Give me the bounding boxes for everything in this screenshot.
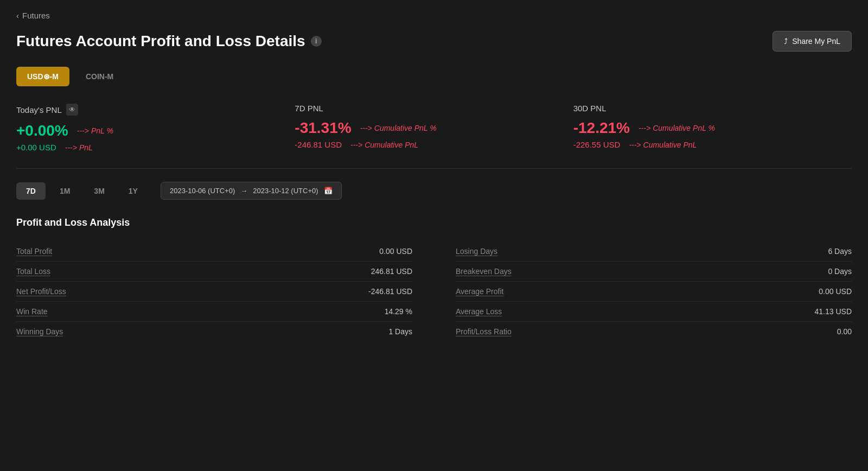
total-loss-key: Total Loss xyxy=(16,267,50,276)
7d-pnl-arrow: ---> xyxy=(360,124,372,132)
30d-pnl-sub-value: -226.55 USD xyxy=(573,140,621,149)
today-pnl-label: Today's PNL 👁 xyxy=(16,104,273,116)
eye-icon[interactable]: 👁 xyxy=(66,104,78,116)
table-row: Average Loss 41.13 USD xyxy=(456,302,852,322)
date-range-end: 2023-10-12 (UTC+0) xyxy=(253,187,318,195)
analysis-right-col: Losing Days 6 Days Breakeven Days 0 Days… xyxy=(456,241,852,341)
back-nav[interactable]: ‹ Futures xyxy=(16,11,852,20)
average-loss-value: 41.13 USD xyxy=(815,307,852,316)
analysis-title: Profit and Loss Analysis xyxy=(16,217,852,228)
today-pnl-arrow-label[interactable]: ---> PnL % xyxy=(77,126,113,135)
date-range-arrow: → xyxy=(240,187,247,195)
tabs-row: USD⊛-M COIN-M xyxy=(16,67,852,86)
average-profit-value: 0.00 USD xyxy=(819,287,852,296)
total-profit-key: Total Profit xyxy=(16,247,52,256)
table-row: Total Loss 246.81 USD xyxy=(16,262,412,282)
table-row: Winning Days 1 Days xyxy=(16,322,412,341)
table-row: Net Profit/Loss -246.81 USD xyxy=(16,282,412,302)
30d-pnl-label: 30D PNL xyxy=(573,104,830,113)
page-title: Futures Account Profit and Loss Details … xyxy=(16,33,322,50)
share-button-label: Share My PnL xyxy=(792,37,840,46)
average-profit-key: Average Profit xyxy=(456,287,503,296)
back-nav-label: Futures xyxy=(22,11,50,20)
7d-pnl-label: 7D PNL xyxy=(295,104,551,113)
7d-pnl-sub-value: -246.81 USD xyxy=(295,140,342,149)
date-range-picker[interactable]: 2023-10-06 (UTC+0) → 2023-10-12 (UTC+0) … xyxy=(161,182,342,200)
breakeven-days-value: 0 Days xyxy=(828,267,852,276)
tab-usds-m[interactable]: USD⊛-M xyxy=(16,67,69,86)
7d-pnl-sub-arrow-label[interactable]: ---> Cumulative PnL xyxy=(350,141,418,149)
section-divider xyxy=(16,168,852,169)
date-range-start: 2023-10-06 (UTC+0) xyxy=(170,187,235,195)
analysis-grid: Total Profit 0.00 USD Total Loss 246.81 … xyxy=(16,241,852,341)
back-arrow-icon: ‹ xyxy=(16,11,19,20)
period-1m-label: 1M xyxy=(60,187,70,195)
today-pnl-arrow: ---> xyxy=(77,126,89,135)
tab-coin-m[interactable]: COIN-M xyxy=(75,67,124,86)
tab-usds-m-label: USD⊛-M xyxy=(27,72,59,81)
calendar-icon: 📅 xyxy=(324,187,333,195)
table-row: Average Profit 0.00 USD xyxy=(456,282,852,302)
table-row: Losing Days 6 Days xyxy=(456,241,852,262)
total-loss-value: 246.81 USD xyxy=(371,267,412,276)
30d-pnl-sub-link: Cumulative PnL xyxy=(643,141,697,149)
share-icon: ⤴ xyxy=(784,37,788,46)
30d-pnl-label-text: 30D PNL xyxy=(573,104,607,113)
period-3m-button[interactable]: 3M xyxy=(84,182,114,200)
analysis-left-col: Total Profit 0.00 USD Total Loss 246.81 … xyxy=(16,241,412,341)
header-row: Futures Account Profit and Loss Details … xyxy=(16,31,852,52)
period-1y-button[interactable]: 1Y xyxy=(119,182,148,200)
30d-pnl-sub-arrow: ---> xyxy=(629,141,641,149)
30d-pnl-sub-row: -226.55 USD ---> Cumulative PnL xyxy=(573,140,830,149)
today-pnl-block: Today's PNL 👁 +0.00% ---> PnL % +0.00 US… xyxy=(16,104,295,155)
30d-pnl-arrow-label[interactable]: ---> Cumulative PnL % xyxy=(639,124,715,132)
today-pnl-main-value: +0.00% xyxy=(16,122,68,139)
table-row: Win Rate 14.29 % xyxy=(16,302,412,322)
7d-pnl-sub-row: -246.81 USD ---> Cumulative PnL xyxy=(295,140,551,149)
table-row: Profit/Loss Ratio 0.00 xyxy=(456,322,852,341)
30d-pnl-main-value: -12.21% xyxy=(573,119,630,137)
30d-pnl-link: Cumulative PnL % xyxy=(653,124,715,132)
period-7d-label: 7D xyxy=(26,187,36,195)
7d-pnl-arrow-label[interactable]: ---> Cumulative PnL % xyxy=(360,124,437,132)
today-pnl-link: PnL % xyxy=(91,126,113,135)
30d-pnl-sub-arrow-label[interactable]: ---> Cumulative PnL xyxy=(629,141,697,149)
30d-pnl-block: 30D PNL -12.21% ---> Cumulative PnL % -2… xyxy=(573,104,852,155)
analysis-section: Profit and Loss Analysis Total Profit 0.… xyxy=(16,217,852,341)
win-rate-value: 14.29 % xyxy=(385,307,412,316)
share-button[interactable]: ⤴ Share My PnL xyxy=(773,31,852,52)
losing-days-key: Losing Days xyxy=(456,247,497,256)
winning-days-key: Winning Days xyxy=(16,327,63,336)
net-profit-value: -246.81 USD xyxy=(368,287,412,296)
today-pnl-label-text: Today's PNL xyxy=(16,105,62,114)
today-pnl-sub-link: PnL xyxy=(79,143,93,152)
30d-pnl-main-row: -12.21% ---> Cumulative PnL % xyxy=(573,119,830,137)
30d-pnl-arrow: ---> xyxy=(639,124,650,132)
today-pnl-sub-arrow-label[interactable]: ---> PnL xyxy=(65,143,93,152)
7d-pnl-sub-link: Cumulative PnL xyxy=(365,141,418,149)
period-1m-button[interactable]: 1M xyxy=(50,182,80,200)
period-1y-label: 1Y xyxy=(129,187,138,195)
profit-loss-ratio-value: 0.00 xyxy=(837,327,852,336)
table-row: Breakeven Days 0 Days xyxy=(456,262,852,282)
breakeven-days-key: Breakeven Days xyxy=(456,267,512,276)
net-profit-key: Net Profit/Loss xyxy=(16,287,66,296)
period-row: 7D 1M 3M 1Y 2023-10-06 (UTC+0) → 2023-10… xyxy=(16,182,852,200)
total-profit-value: 0.00 USD xyxy=(379,247,412,256)
pnl-section: Today's PNL 👁 +0.00% ---> PnL % +0.00 US… xyxy=(16,104,852,155)
tab-coin-m-label: COIN-M xyxy=(86,72,113,81)
table-row: Total Profit 0.00 USD xyxy=(16,241,412,262)
today-pnl-sub-value: +0.00 USD xyxy=(16,143,56,152)
7d-pnl-sub-arrow: ---> xyxy=(350,141,362,149)
profit-loss-ratio-key: Profit/Loss Ratio xyxy=(456,327,512,336)
info-icon[interactable]: i xyxy=(311,36,322,47)
page-title-text: Futures Account Profit and Loss Details xyxy=(16,33,305,50)
7d-pnl-main-row: -31.31% ---> Cumulative PnL % xyxy=(295,119,551,137)
7d-pnl-label-text: 7D PNL xyxy=(295,104,323,113)
today-pnl-main-row: +0.00% ---> PnL % xyxy=(16,122,273,139)
winning-days-value: 1 Days xyxy=(388,327,412,336)
today-pnl-sub-arrow: ---> xyxy=(65,143,77,152)
period-7d-button[interactable]: 7D xyxy=(16,182,46,200)
7d-pnl-block: 7D PNL -31.31% ---> Cumulative PnL % -24… xyxy=(295,104,573,155)
win-rate-key: Win Rate xyxy=(16,307,48,316)
